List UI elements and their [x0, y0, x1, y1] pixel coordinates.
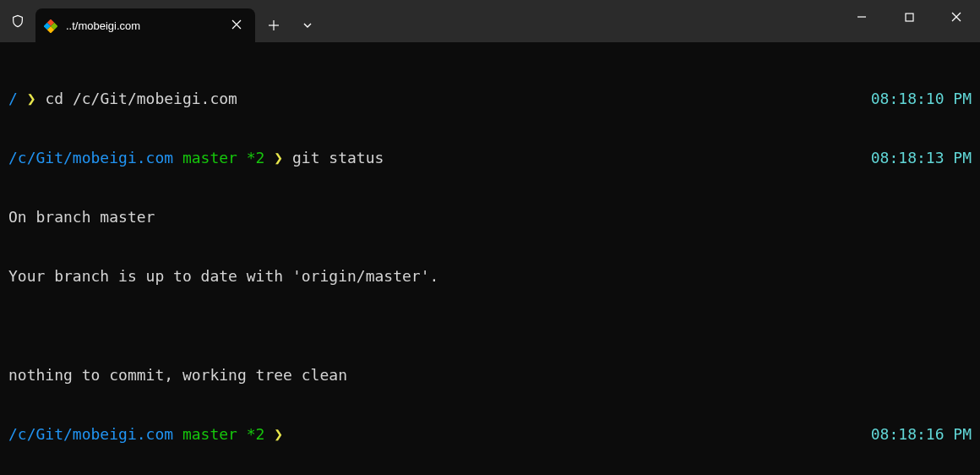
new-tab-button[interactable]: [259, 12, 289, 39]
terminal-body[interactable]: / ❯ cd /c/Git/mobeigi.com 08:18:10 PM /c…: [0, 42, 980, 471]
tab-close-button[interactable]: [228, 18, 245, 34]
minimize-button[interactable]: [838, 0, 885, 34]
chevron-down-icon: [302, 20, 313, 30]
tab-actions: [259, 8, 323, 42]
command-text: cd /c/Git/mobeigi.com: [45, 90, 237, 107]
close-icon: [951, 12, 961, 22]
minimize-icon: [857, 12, 867, 22]
tab-dropdown-button[interactable]: [292, 12, 323, 39]
tab-title: ..t/mobeigi.com: [66, 19, 220, 32]
svg-rect-9: [906, 14, 913, 21]
prompt-path: /: [8, 90, 27, 107]
terminal-line: /c/Git/mobeigi.com master *2 ❯ git statu…: [8, 148, 972, 167]
output-line: nothing to commit, working tree clean: [8, 365, 972, 385]
titlebar: ..t/mobeigi.com: [0, 0, 980, 42]
command-text: git status: [292, 149, 384, 167]
shield-icon: [11, 14, 24, 28]
terminal-line: / ❯ cd /c/Git/mobeigi.com 08:18:10 PM: [8, 89, 972, 108]
prompt-branch: master *2: [182, 425, 274, 443]
prompt-path: /c/Git/mobeigi.com: [8, 425, 182, 443]
prompt-segment: /c/Git/mobeigi.com master *2 ❯: [8, 424, 292, 444]
timestamp: 08:18:16 PM: [871, 424, 972, 444]
close-window-button[interactable]: [933, 0, 980, 34]
timestamp: 08:18:13 PM: [871, 148, 972, 167]
prompt-path: /c/Git/mobeigi.com: [8, 149, 182, 167]
terminal-line: /c/Git/mobeigi.com master *2 ❯ 08:18:16 …: [8, 424, 972, 444]
terminal-tab[interactable]: ..t/mobeigi.com: [35, 8, 255, 42]
close-icon: [231, 19, 242, 30]
tab-app-icon: [44, 19, 57, 32]
timestamp: 08:18:10 PM: [871, 89, 972, 108]
output-line: On branch master: [8, 207, 972, 227]
maximize-button[interactable]: [885, 0, 933, 34]
output-line: Your branch is up to date with 'origin/m…: [8, 266, 972, 286]
prompt-arrow: ❯: [274, 149, 292, 167]
prompt-arrow: ❯: [274, 425, 292, 443]
shield-icon-holder: [0, 0, 35, 42]
prompt-arrow: ❯: [27, 90, 46, 107]
prompt-segment: /c/Git/mobeigi.com master *2 ❯ git statu…: [8, 148, 384, 167]
prompt-segment: / ❯ cd /c/Git/mobeigi.com: [8, 89, 237, 108]
maximize-icon: [905, 13, 914, 22]
plus-icon: [269, 20, 279, 30]
window-controls: [838, 0, 980, 34]
prompt-branch: master *2: [182, 149, 274, 167]
